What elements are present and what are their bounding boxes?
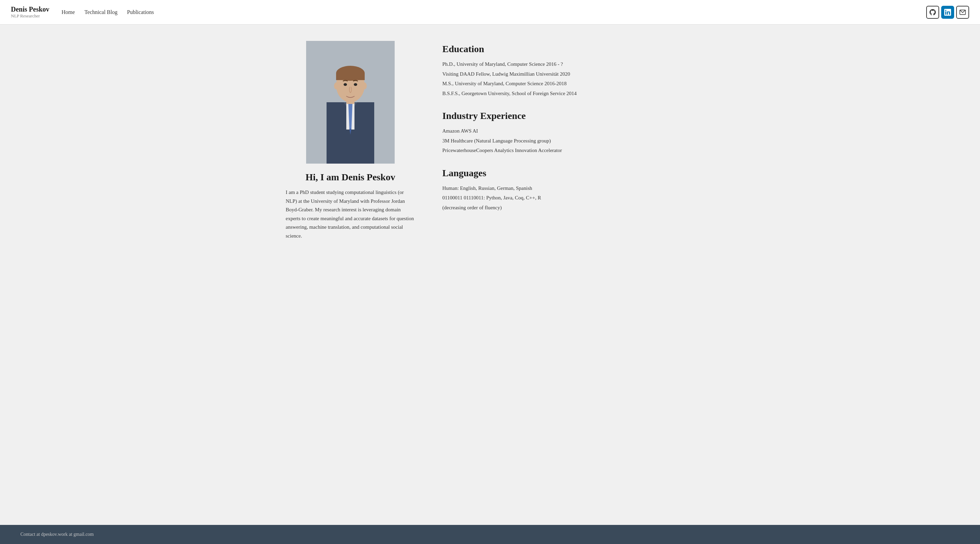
right-column: Education Ph.D., University of Maryland,… xyxy=(442,41,694,212)
lang-entry-0: Human: English, Russian, German, Spanish xyxy=(442,183,694,193)
industry-entry-0: Amazon AWS AI xyxy=(442,126,694,136)
email-icon-button[interactable] xyxy=(956,6,969,19)
left-column: Hi, I am Denis Peskov I am a PhD student… xyxy=(286,41,415,240)
svg-point-14 xyxy=(334,83,338,89)
industry-entry-2: PricewaterhouseCoopers Analytics Innovat… xyxy=(442,145,694,155)
languages-title: Languages xyxy=(442,168,694,179)
brand-subtitle: NLP Researcher xyxy=(11,13,49,19)
svg-point-12 xyxy=(344,83,347,86)
linkedin-icon-button[interactable] xyxy=(941,6,954,19)
edu-entry-1: Visiting DAAD Fellow, Ludwig Maximillian… xyxy=(442,69,694,79)
industry-section: Industry Experience Amazon AWS AI 3M Hea… xyxy=(442,110,694,155)
education-title: Education xyxy=(442,44,694,54)
footer: Contact at dpeskov.work at gmail.com xyxy=(0,525,980,544)
profile-photo xyxy=(306,41,395,164)
languages-section: Languages Human: English, Russian, Germa… xyxy=(442,168,694,213)
edu-entry-3: B.S.F.S., Georgetown University, School … xyxy=(442,89,694,99)
main-content: Hi, I am Denis Peskov I am a PhD student… xyxy=(0,24,980,525)
nav-home[interactable]: Home xyxy=(62,9,75,15)
industry-entry-1: 3M Healthcare (Natural Language Processi… xyxy=(442,136,694,146)
industry-content: Amazon AWS AI 3M Healthcare (Natural Lan… xyxy=(442,126,694,155)
edu-entry-0: Ph.D., University of Maryland, Computer … xyxy=(442,59,694,69)
nav-brand: Denis Peskov NLP Researcher xyxy=(11,5,49,19)
navbar: Denis Peskov NLP Researcher Home Technic… xyxy=(0,0,980,24)
education-section: Education Ph.D., University of Maryland,… xyxy=(442,44,694,98)
bio-text: I am a PhD student studying computationa… xyxy=(286,188,415,240)
nav-left: Denis Peskov NLP Researcher Home Technic… xyxy=(11,5,154,19)
nav-icons xyxy=(926,6,969,19)
svg-rect-11 xyxy=(336,73,365,80)
footer-contact: Contact at dpeskov.work at gmail.com xyxy=(21,532,94,537)
nav-publications[interactable]: Publications xyxy=(127,9,154,15)
github-icon-button[interactable] xyxy=(926,6,939,19)
content-wrapper: Hi, I am Denis Peskov I am a PhD student… xyxy=(286,41,694,509)
lang-entry-1: 01100011 01110011: Python, Java, Coq, C+… xyxy=(442,193,694,203)
greeting-text: Hi, I am Denis Peskov xyxy=(305,172,395,183)
brand-name: Denis Peskov xyxy=(11,5,49,13)
nav-technical-blog[interactable]: Technical Blog xyxy=(84,9,118,15)
svg-point-15 xyxy=(363,83,367,89)
education-content: Ph.D., University of Maryland, Computer … xyxy=(442,59,694,98)
languages-content: Human: English, Russian, German, Spanish… xyxy=(442,183,694,213)
nav-links: Home Technical Blog Publications xyxy=(62,9,154,15)
industry-title: Industry Experience xyxy=(442,110,694,121)
lang-entry-2: (decreasing order of fluency) xyxy=(442,203,694,213)
edu-entry-2: M.S., University of Maryland, Computer S… xyxy=(442,79,694,89)
svg-point-13 xyxy=(354,83,357,86)
